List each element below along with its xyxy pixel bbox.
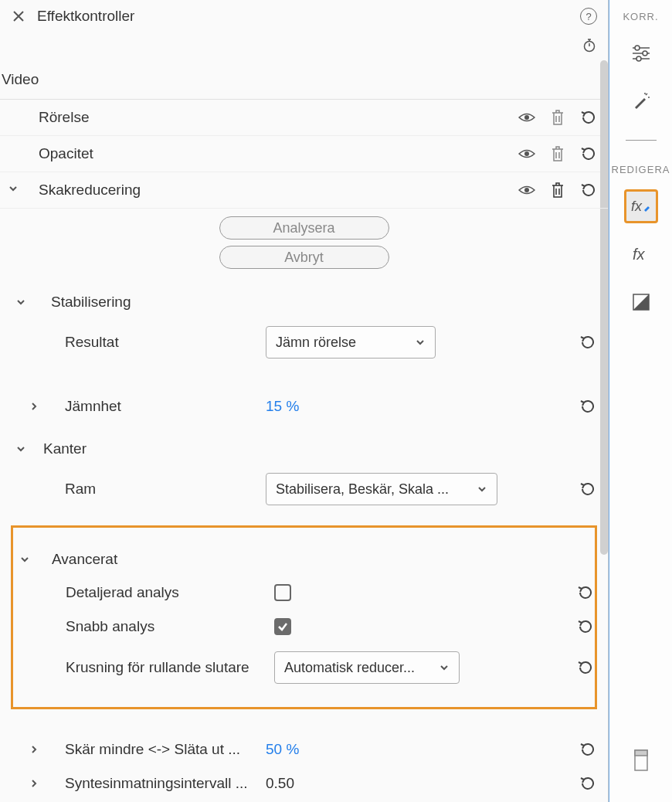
trash-icon[interactable]	[549, 109, 566, 126]
reset-icon[interactable]	[579, 397, 597, 416]
video-section-header: Video	[0, 60, 608, 100]
svg-point-3	[524, 188, 529, 192]
effect-shake-label: Skakreducering	[39, 182, 518, 199]
visibility-icon[interactable]	[518, 182, 535, 199]
svg-point-1	[524, 115, 529, 120]
svg-rect-11	[635, 750, 647, 756]
trash-icon[interactable]	[549, 145, 566, 162]
svg-point-2	[524, 151, 529, 156]
panel-title: Effektkontroller	[37, 8, 580, 25]
svg-point-4	[635, 46, 640, 50]
trash-icon[interactable]	[549, 182, 566, 199]
chevron-down-icon	[8, 183, 22, 197]
crop-smooth-label: Skär mindre <-> Släta ut ...	[65, 741, 266, 758]
sidebar-divider	[626, 140, 657, 141]
chevron-right-icon[interactable]	[29, 402, 42, 411]
fx-tool-icon[interactable]: fx	[624, 237, 658, 271]
fast-analysis-label: Snabb analys	[66, 618, 274, 635]
result-dropdown[interactable]: Jämn rörelse	[266, 326, 436, 359]
chevron-right-icon[interactable]	[29, 745, 42, 754]
svg-text:fx: fx	[631, 199, 643, 214]
reset-icon[interactable]	[580, 145, 597, 162]
frame-dropdown[interactable]: Stabilisera, Beskär, Skala ...	[266, 473, 497, 505]
detailed-analysis-checkbox[interactable]	[274, 584, 291, 601]
chevron-down-icon	[477, 484, 487, 494]
frame-label: Ram	[65, 481, 266, 498]
advanced-label: Avancerat	[52, 551, 584, 568]
analyze-button[interactable]: Analysera	[219, 216, 389, 240]
visibility-icon[interactable]	[518, 145, 535, 162]
chevron-down-icon	[19, 554, 33, 565]
chevron-down-icon	[15, 297, 29, 308]
fast-analysis-checkbox[interactable]	[274, 618, 291, 635]
reset-icon[interactable]	[579, 774, 597, 793]
help-button[interactable]: ?	[580, 8, 597, 25]
svg-text:fx: fx	[633, 246, 646, 263]
synth-label: Syntesinmatningsintervall ...	[65, 775, 266, 792]
stopwatch-icon[interactable]	[582, 37, 597, 53]
panel-dock-icon[interactable]	[624, 743, 658, 777]
result-label: Resultat	[65, 334, 266, 351]
sliders-tool-icon[interactable]	[624, 36, 658, 70]
reset-icon[interactable]	[580, 109, 597, 126]
reset-icon[interactable]	[580, 182, 597, 199]
chevron-right-icon[interactable]	[29, 779, 42, 788]
reset-icon[interactable]	[579, 333, 597, 352]
detailed-analysis-label: Detaljerad analys	[66, 584, 274, 601]
synth-value[interactable]: 0.50	[266, 775, 294, 792]
reset-icon[interactable]	[576, 617, 595, 636]
ripple-value: Automatisk reducer...	[284, 660, 415, 676]
reset-icon[interactable]	[576, 658, 595, 677]
reset-icon[interactable]	[579, 740, 597, 759]
edges-label: Kanter	[43, 440, 597, 457]
magic-wand-tool-icon[interactable]	[624, 84, 658, 118]
effect-opacity[interactable]: Opacitet	[0, 136, 608, 172]
visibility-icon[interactable]	[518, 109, 535, 126]
sidebar-category-corrections: KORR.	[623, 11, 658, 22]
close-panel-button[interactable]	[11, 8, 26, 24]
result-value: Jämn rörelse	[276, 335, 356, 351]
chevron-down-icon	[15, 443, 29, 454]
edges-group[interactable]: Kanter	[0, 433, 608, 465]
sidebar-category-edit: REDIGERA	[612, 164, 670, 175]
effect-motion[interactable]: Rörelse	[0, 100, 608, 136]
reset-icon[interactable]	[576, 583, 595, 602]
chevron-down-icon	[415, 337, 426, 348]
svg-point-6	[636, 56, 641, 61]
effect-opacity-label: Opacitet	[39, 145, 518, 162]
svg-point-5	[643, 51, 647, 56]
advanced-group[interactable]: Avancerat	[13, 543, 595, 576]
stabilization-group[interactable]: Stabilisering	[0, 286, 608, 318]
ripple-dropdown[interactable]: Automatisk reducer...	[274, 651, 460, 684]
cancel-button[interactable]: Avbryt	[219, 246, 389, 269]
smoothness-label: Jämnhet	[65, 398, 266, 415]
frame-value: Stabilisera, Beskär, Skala ...	[276, 481, 449, 498]
contrast-tool-icon[interactable]	[624, 285, 658, 319]
crop-smooth-value[interactable]: 50 %	[266, 741, 299, 758]
effect-shake-reduction[interactable]: Skakreducering	[0, 172, 608, 209]
advanced-highlight: Avancerat Detaljerad analys Snabb analys…	[11, 525, 597, 709]
reset-icon[interactable]	[579, 480, 597, 498]
stabilization-label: Stabilisering	[51, 294, 597, 311]
ripple-label: Krusning för rullande slutare	[66, 659, 274, 676]
effect-motion-label: Rörelse	[39, 109, 518, 126]
smoothness-value[interactable]: 15 %	[266, 398, 299, 415]
chevron-down-icon	[439, 662, 450, 673]
fx-edit-tool-icon[interactable]: fx	[624, 189, 658, 223]
